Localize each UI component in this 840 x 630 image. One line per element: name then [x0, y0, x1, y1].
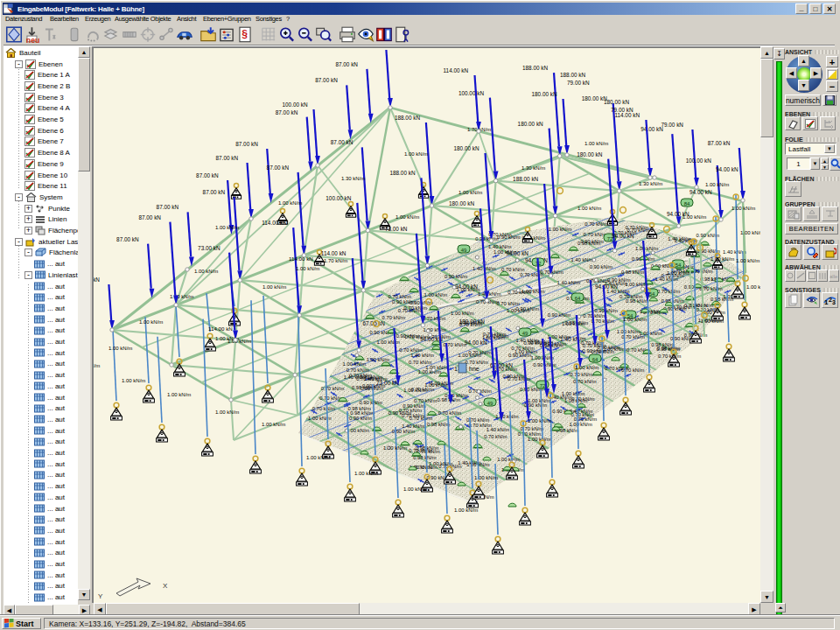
svg-text:1.00 kN/m: 1.00 kN/m	[451, 311, 474, 316]
svg-text:114.00 kN: 114.00 kN	[614, 112, 640, 118]
svg-text:1.70 kN/m: 1.70 kN/m	[324, 258, 347, 263]
svg-text:1.00 kN/m: 1.00 kN/m	[454, 508, 478, 513]
svg-text:0.90 kN/m: 0.90 kN/m	[392, 299, 416, 304]
svg-text:180.00 kN: 180.00 kN	[518, 121, 544, 127]
svg-text:0.90 kN/m: 0.90 kN/m	[349, 416, 373, 421]
svg-text:1.40 kN/m: 1.40 kN/m	[570, 409, 593, 414]
svg-text:1.00 kN/m: 1.00 kN/m	[639, 331, 662, 336]
svg-text:1.00 kN/m: 1.00 kN/m	[623, 317, 647, 322]
svg-text:neu: neu	[26, 36, 40, 45]
svg-text:0.98 kN/m: 0.98 kN/m	[427, 422, 451, 427]
svg-text:1.00 kN/m: 1.00 kN/m	[306, 455, 330, 460]
svg-text:0.90 kN/m: 0.90 kN/m	[590, 264, 613, 270]
svg-text:0.70 kN/m: 0.70 kN/m	[423, 316, 446, 321]
svg-text:87.00 kN: 87.00 kN	[196, 172, 219, 178]
svg-text:1.40 kN/m: 1.40 kN/m	[486, 427, 510, 432]
svg-text:94.00 kN: 94.00 kN	[640, 126, 663, 132]
svg-text:87.00 kN: 87.00 kN	[235, 141, 258, 147]
svg-text:1.00 kN/m: 1.00 kN/m	[635, 246, 659, 251]
svg-text:79.00 kN: 79.00 kN	[661, 122, 683, 128]
svg-text:1.00 kN/m: 1.00 kN/m	[215, 225, 239, 230]
svg-text:Y: Y	[98, 592, 103, 600]
svg-text:0.70 kN/m: 0.70 kN/m	[321, 386, 345, 391]
svg-text:1.00 kN/m: 1.00 kN/m	[346, 428, 370, 433]
svg-text:114.00 kN: 114.00 kN	[321, 250, 346, 256]
svg-text:87.00 kN: 87.00 kN	[335, 61, 358, 67]
svg-text:0.90 kN/m: 0.90 kN/m	[359, 400, 382, 405]
svg-text:1.00 kN/m: 1.00 kN/m	[170, 294, 193, 299]
svg-text:0.70 kN/m: 0.70 kN/m	[570, 372, 593, 377]
svg-text:188.00 kN: 188.00 kN	[522, 65, 549, 71]
svg-text:180.00 kN: 180.00 kN	[449, 200, 475, 206]
svg-text:49: 49	[487, 401, 494, 406]
svg-text:94.00 kN: 94.00 kN	[595, 284, 618, 290]
svg-text:0.90 kN/m: 0.90 kN/m	[508, 353, 532, 358]
svg-text:1.00 kN/m: 1.00 kN/m	[746, 284, 760, 290]
svg-text:1.00 kN/m: 1.00 kN/m	[167, 392, 191, 397]
svg-text:64: 64	[575, 296, 581, 301]
svg-text:87.00 kN: 87.00 kN	[331, 139, 354, 145]
svg-text:0.70 kN/m: 0.70 kN/m	[409, 448, 432, 453]
svg-text:0.70 kN/m: 0.70 kN/m	[468, 350, 492, 355]
svg-text:1.00 kN/m: 1.00 kN/m	[418, 369, 442, 374]
svg-text:0.70 kN/m: 0.70 kN/m	[497, 301, 521, 306]
svg-text:180.00 kN: 180.00 kN	[577, 151, 603, 158]
svg-text:0.70 kN/m: 0.70 kN/m	[657, 289, 681, 294]
svg-text:1.00 kN/m: 1.00 kN/m	[139, 319, 163, 325]
svg-text:1.00 kN/m: 1.00 kN/m	[522, 289, 545, 294]
svg-text:1.00 kN/m: 1.00 kN/m	[569, 422, 592, 427]
svg-text:1.00 kN/m: 1.00 kN/m	[458, 190, 482, 195]
svg-text:1.30 kN/m: 1.30 kN/m	[341, 176, 365, 181]
svg-text:0.70 kN/m: 0.70 kN/m	[411, 387, 435, 392]
svg-text:1.40 kN/m: 1.40 kN/m	[488, 244, 512, 249]
svg-text:180.00 kN: 180.00 kN	[454, 145, 480, 151]
svg-text:100.00 kN: 100.00 kN	[326, 195, 352, 201]
svg-text:94.00 kN: 94.00 kN	[465, 340, 487, 346]
svg-text:1.00 kN/m: 1.00 kN/m	[122, 378, 145, 383]
svg-text:54: 54	[676, 262, 682, 268]
svg-text:0.98 kN/m: 0.98 kN/m	[651, 342, 675, 347]
svg-text:1.40 kN/m: 1.40 kN/m	[557, 280, 581, 285]
svg-text:1.00 kN/m: 1.00 kN/m	[740, 230, 760, 235]
svg-text:0.70 kN/m: 0.70 kN/m	[592, 318, 615, 324]
svg-text:94.00 kN: 94.00 kN	[690, 189, 712, 195]
svg-text:1.00 kN/m: 1.00 kN/m	[424, 292, 448, 298]
svg-text:1.00 kN/m: 1.00 kN/m	[578, 206, 601, 211]
svg-text:0.70 kN/m: 0.70 kN/m	[409, 360, 432, 365]
svg-text:1.00 kN/m: 1.00 kN/m	[396, 214, 419, 220]
svg-text:73.00 kN: 73.00 kN	[376, 380, 399, 386]
svg-text:0.70 kN/m: 0.70 kN/m	[620, 294, 643, 299]
svg-text:0.70 kN/m: 0.70 kN/m	[465, 360, 488, 365]
svg-text:1.00 kN/m: 1.00 kN/m	[383, 445, 407, 451]
svg-text:1.00 kN/m: 1.00 kN/m	[705, 182, 729, 187]
svg-text:0.70 kN/m: 0.70 kN/m	[571, 396, 595, 402]
svg-text:1.40 kN/m: 1.40 kN/m	[560, 336, 586, 342]
svg-text:1.00 kN/m: 1.00 kN/m	[377, 340, 401, 345]
svg-text:87.00 kN: 87.00 kN	[708, 140, 731, 146]
svg-text:hne: hne	[469, 366, 480, 372]
svg-text:0.70 kN/m: 0.70 kN/m	[583, 313, 606, 318]
svg-text:1.40 kN/m: 1.40 kN/m	[410, 353, 434, 358]
svg-text:1.00 kN/m: 1.00 kN/m	[278, 200, 302, 206]
svg-text:188.00 kN: 188.00 kN	[395, 115, 421, 121]
svg-text:0.70 kN/m: 0.70 kN/m	[438, 410, 462, 416]
svg-text:1.00 kN/m: 1.00 kN/m	[367, 357, 390, 362]
svg-text:0.70 kN/m: 0.70 kN/m	[398, 308, 422, 313]
svg-text:0.90 kN/m: 0.90 kN/m	[360, 386, 384, 391]
svg-text:114.00 kN: 114.00 kN	[262, 220, 287, 226]
svg-text:0.70 kN/m: 0.70 kN/m	[399, 347, 423, 353]
svg-text:79.00 kN: 79.00 kN	[611, 107, 634, 113]
svg-text:188.00 kN: 188.00 kN	[560, 72, 586, 78]
svg-text:1.00 kN/m: 1.00 kN/m	[584, 141, 608, 146]
svg-text:114.00 kN: 114.00 kN	[208, 326, 233, 332]
svg-text:3: 3	[832, 299, 836, 305]
svg-text:1.00 kN/m: 1.00 kN/m	[94, 363, 100, 368]
svg-text:1.30 kN/m: 1.30 kN/m	[522, 165, 545, 171]
svg-text:100.00 kN: 100.00 kN	[458, 90, 485, 96]
svg-text:0.70 kN/m: 0.70 kN/m	[658, 354, 682, 359]
svg-text:87.00 kN: 87.00 kN	[94, 276, 100, 283]
svg-text:1.00 kN/m: 1.00 kN/m	[667, 270, 690, 276]
svg-text:1.00 kN/m: 1.00 kN/m	[549, 227, 572, 232]
svg-text:0.98 kN/m: 0.98 kN/m	[475, 236, 499, 242]
svg-text:87.00 kN: 87.00 kN	[116, 236, 139, 242]
